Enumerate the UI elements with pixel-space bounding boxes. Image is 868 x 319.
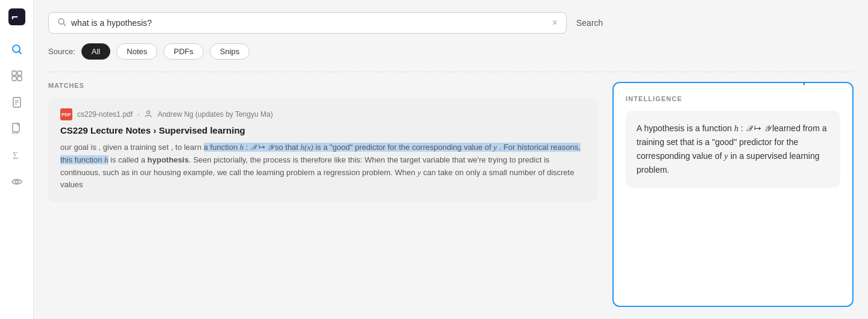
sidebar-icon-sigma[interactable]: Σ <box>6 144 28 166</box>
sidebar-icon-document[interactable] <box>6 91 28 113</box>
sidebar-icon-pdf[interactable]: PDF <box>6 118 28 140</box>
source-label: Source: <box>48 47 75 56</box>
filter-all[interactable]: All <box>81 43 110 60</box>
file-name: cs229-notes1.pdf <box>77 110 133 119</box>
svg-point-18 <box>147 111 150 114</box>
result-title: CS229 Lecture Notes › Supervised learnin… <box>60 125 586 135</box>
result-card: PDF cs229-notes1.pdf · Andrew Ng (update… <box>48 98 598 202</box>
dot-separator: · <box>137 110 139 119</box>
sidebar-icon-eye[interactable] <box>6 171 28 193</box>
result-card-header: PDF cs229-notes1.pdf · Andrew Ng (update… <box>60 108 586 120</box>
main-content: × Search Source: All Notes PDFs Snips MA… <box>34 0 868 319</box>
sidebar: ⌐ PDF Σ <box>0 0 34 319</box>
sidebar-icon-search[interactable] <box>6 39 28 60</box>
svg-rect-7 <box>17 76 22 81</box>
highlight-text: a function h : 𝒳 ↦ 𝒴 so that h(x) is a "… <box>60 143 580 164</box>
filter-row: Source: All Notes PDFs Snips <box>48 43 854 60</box>
search-button[interactable]: Search <box>574 18 605 28</box>
search-icon <box>57 17 66 28</box>
matches-label: MATCHES <box>48 82 598 89</box>
svg-text:Σ: Σ <box>13 150 18 161</box>
content-area: MATCHES PDF cs229-notes1.pdf · Andrew Ng… <box>48 82 854 307</box>
intelligence-label: INTELLIGENCE <box>626 95 840 102</box>
filter-pdfs[interactable]: PDFs <box>163 43 204 60</box>
intelligence-card: A hypothesis is a function h : 𝒳 ↦ 𝒴 lea… <box>626 111 840 188</box>
results-panel: MATCHES PDF cs229-notes1.pdf · Andrew Ng… <box>48 82 598 307</box>
svg-text:PDF: PDF <box>12 131 19 135</box>
logo[interactable]: ⌐ <box>7 7 27 26</box>
filter-notes[interactable]: Notes <box>116 43 157 60</box>
search-bar-container: × Search <box>48 12 854 34</box>
result-body: our goal is , given a training set , to … <box>60 141 586 191</box>
svg-line-3 <box>19 52 21 54</box>
intelligence-panel: INTELLIGENCE A hypothesis is a function … <box>612 82 854 307</box>
svg-rect-4 <box>12 71 16 75</box>
person-icon <box>144 110 153 120</box>
sidebar-icon-grid[interactable] <box>6 65 28 87</box>
svg-point-15 <box>15 181 18 184</box>
clear-icon[interactable]: × <box>552 17 558 28</box>
arrow-annotation <box>792 82 816 86</box>
svg-rect-5 <box>17 71 22 75</box>
search-bar: × <box>48 12 567 34</box>
divider <box>48 72 854 72</box>
search-input[interactable] <box>71 18 547 28</box>
filter-snips[interactable]: Snips <box>210 43 250 60</box>
svg-text:⌐: ⌐ <box>11 11 18 23</box>
pdf-badge-icon: PDF <box>60 108 72 120</box>
author-name: Andrew Ng (updates by Tengyu Ma) <box>157 110 272 119</box>
svg-line-17 <box>63 23 66 26</box>
svg-rect-6 <box>12 76 16 81</box>
